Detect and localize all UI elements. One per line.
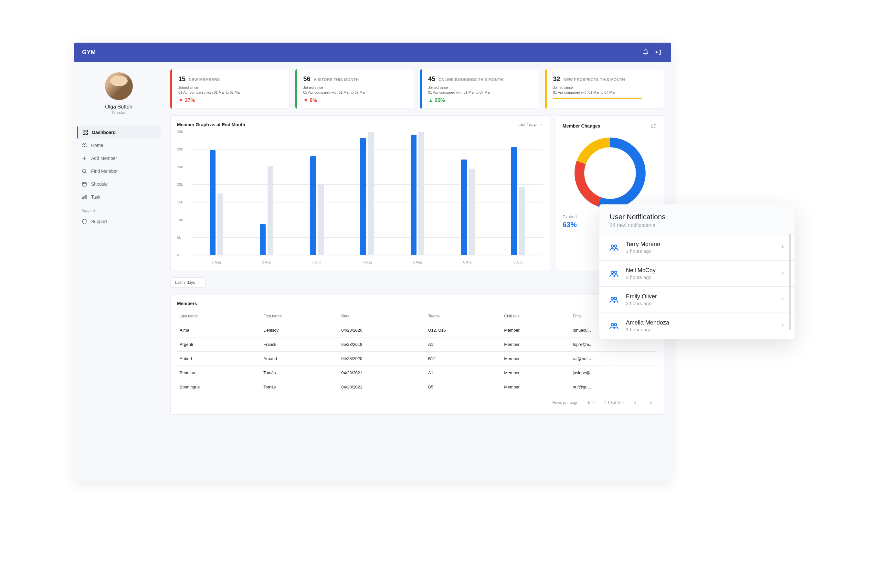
notification-time: 3 hours ago [626,248,660,254]
sidebar-item-find-member[interactable]: Find Member [77,165,161,178]
last7-label: Last 7 days [175,280,195,285]
stat-delta: ▲25% [428,98,533,104]
stat-sub: Joined since01 Apr compared with 01 Mar … [304,85,408,95]
y-tick: 20k [177,165,183,169]
sidebar-item-home[interactable]: Home [77,139,161,152]
svg-rect-0 [83,130,85,132]
svg-rect-2 [83,133,85,135]
chevron-down-icon [539,123,543,127]
prev-page-button[interactable] [631,399,639,406]
arrow-down-icon: ▼ [304,98,308,104]
table-cell: Denisov [261,323,338,337]
last7-button[interactable]: Last 7 days [170,278,206,288]
refresh-button[interactable] [650,122,657,130]
svg-rect-8 [83,197,83,199]
stat-card[interactable]: 45ONLINE BOOKINGS THIS MONTHJoined since… [420,69,539,109]
notification-name: Emily Oliver [626,293,657,300]
notification-name: Nell McCoy [626,267,656,274]
notifications-title: User Notifications [610,213,784,221]
bar-previous [519,187,525,255]
sidebar-item-add-member[interactable]: Add Member [77,152,161,165]
stat-card[interactable]: 32NEW PROSPECTS THIS MONTHJoined since01… [545,69,664,109]
svg-point-15 [611,297,614,300]
notification-item[interactable]: Nell McCoy3 hours ago [599,260,794,286]
next-page-button[interactable] [647,399,654,406]
chevron-right-icon [197,280,201,285]
table-cell: fopre@e... [570,337,657,351]
notification-item[interactable]: Amelia Mendoza3 hours ago [599,313,794,339]
avatar[interactable] [105,72,133,100]
svg-rect-10 [85,195,86,199]
svg-point-4 [83,144,84,145]
stat-card[interactable]: 56VISITORE THIS MONTHJoined since01 Apr … [295,69,415,109]
table-cell: Arnaud [261,351,338,366]
table-row[interactable]: BonningueTomás04/28/2021B5Membernuf@gu..… [177,380,657,394]
svg-point-16 [614,297,617,300]
notification-name: Amelia Mendoza [626,320,669,326]
sidebar-item-dashboard[interactable]: Dashboard [77,126,161,139]
table-cell: Tomás [261,366,338,380]
table-cell: Franck [261,337,338,351]
sidebar-item-task[interactable]: Task [77,190,161,203]
table-cell: Bonningue [177,380,261,394]
refresh-icon [651,123,656,129]
sidebar-item-label: Shedule [91,182,108,187]
chart-range-label: Last 7 days [517,122,537,127]
svg-rect-9 [84,196,85,199]
bar-previous [469,168,475,255]
table-row[interactable]: BeaujonTomás04/28/2021A1Memberjasiope@..… [177,366,657,380]
x-tick: 1 Aug [212,260,221,264]
notification-item[interactable]: Terry Moreno3 hours ago [599,234,794,260]
shield-icon [81,219,87,224]
table-row[interactable]: AlmaDenisov04/28/2020U12, U16Memberiphua… [177,323,657,337]
table-header[interactable]: Club role [501,309,570,323]
table-cell: Member [501,366,570,380]
nav: DashboardHomeAdd MemberFind MemberShedul… [77,126,161,228]
table-range: 1-10 of 100 [604,400,624,405]
scrollbar[interactable] [789,234,791,330]
notification-item[interactable]: Emily Oliver3 hours ago [599,286,794,313]
table-cell: nuf@gu... [570,380,657,394]
members-table-card: Members Last nameFirst nameDateTeamsClub… [170,294,664,415]
bar-previous [318,184,324,255]
stat-label: NEW PROSPECTS THIS MONTH [564,78,625,82]
table-header[interactable]: Last name [177,309,261,323]
sidebar-item-shedule[interactable]: Shedule [77,178,161,190]
svg-rect-7 [83,183,86,186]
table-header[interactable]: Teams [426,309,501,323]
chart-range-dropdown[interactable]: Last 7 days [517,122,543,127]
notification-name: Terry Moreno [626,241,660,248]
table-header[interactable]: Date [338,309,426,323]
table-cell: Member [501,337,570,351]
rows-per-page-label: Rows per page : [552,400,580,405]
stat-sub: Joined since01 Apr compared with 01 Mar … [428,85,533,95]
table-title: Members [177,301,657,306]
plus-icon [81,155,87,161]
member-graph-card: Member Graph as at End Month Last 7 days… [170,115,550,271]
table-cell: A1 [426,337,501,351]
bar-current [210,150,215,255]
bar-chart: 05k10k15k20k20k20k20k 1 Aug2 Aug3 Aug4 A… [177,132,543,264]
stat-card[interactable]: 15NEW MEMBERSJoined since01 Apr compared… [170,69,290,109]
rows-per-page-dropdown[interactable]: 5 [588,400,596,405]
bar-current [310,156,316,255]
sidebar-item-support[interactable]: Support [77,215,161,228]
sidebar-item-label: Dashboard [92,130,116,135]
logout-button[interactable] [654,48,663,57]
svg-rect-1 [86,130,87,132]
svg-rect-3 [86,133,87,135]
donut-chart [575,138,645,208]
y-tick: 20k [177,183,183,186]
svg-point-17 [611,324,614,326]
stat-sub: Joined since01 Apr compared with 01 Mar … [553,85,657,95]
table-row[interactable]: AubertArnaud04/28/2020B12Memberraj@nof..… [177,351,657,366]
sidebar: Olga Sutton Director DashboardHomeAdd Me… [74,62,163,422]
table-cell: 05/28/2018 [338,337,426,351]
table-header[interactable]: First name [261,309,338,323]
table-cell: raj@nof... [570,351,657,366]
notifications-button[interactable] [641,48,650,57]
chevron-down-icon [592,401,596,405]
svg-point-6 [83,169,86,173]
sidebar-item-label: Add Member [91,156,117,161]
table-row[interactable]: ArgentiFranck05/28/2018A1Memberfopre@e..… [177,337,657,351]
